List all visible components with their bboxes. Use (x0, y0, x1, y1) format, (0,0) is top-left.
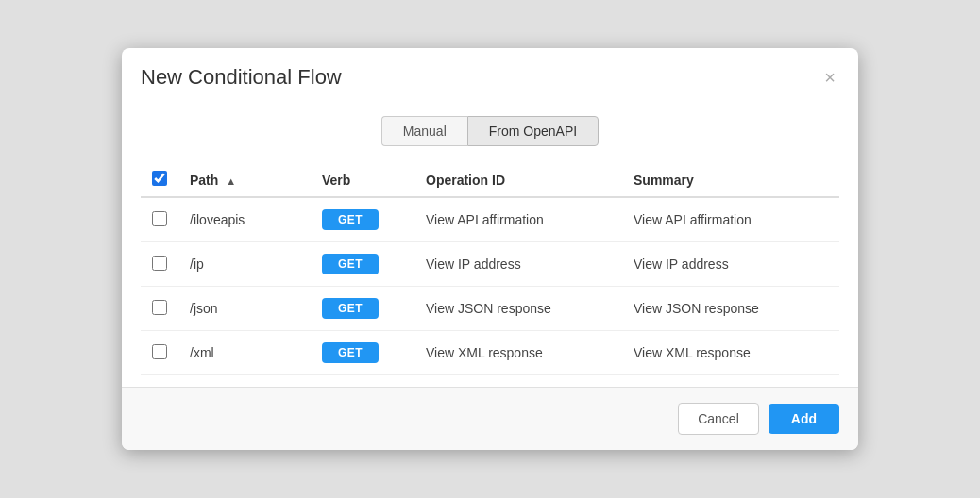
row-checkbox-cell (141, 287, 178, 331)
row-verb: GET (311, 287, 414, 331)
table-row: /iloveapis GET View API affirmation View… (141, 197, 839, 242)
row-summary: View XML response (622, 331, 839, 375)
header-verb: Verb (311, 163, 414, 197)
cancel-button[interactable]: Cancel (678, 403, 759, 435)
verb-badge: GET (322, 342, 379, 363)
verb-badge: GET (322, 254, 379, 274)
new-conditional-flow-dialog: New Conditional Flow × Manual From OpenA… (122, 48, 858, 450)
row-path: /iloveapis (178, 197, 311, 242)
header-operation-id: Operation ID (414, 163, 622, 197)
row-verb: GET (311, 331, 414, 375)
row-checkbox[interactable] (152, 256, 167, 271)
row-path: /ip (178, 242, 311, 287)
api-table: Path ▲ Verb Operation ID Summary /ilovea… (141, 163, 839, 375)
row-summary: View JSON response (622, 287, 839, 331)
tab-bar: Manual From OpenAPI (122, 103, 858, 163)
row-verb: GET (311, 242, 414, 287)
row-checkbox-cell (141, 242, 178, 287)
row-operation-id: View IP address (414, 242, 622, 287)
sort-asc-icon: ▲ (226, 175, 236, 187)
select-all-checkbox[interactable] (152, 171, 167, 186)
table-container: Path ▲ Verb Operation ID Summary /ilovea… (122, 163, 858, 375)
dialog-header: New Conditional Flow × (122, 48, 858, 103)
row-verb: GET (311, 197, 414, 242)
tab-manual[interactable]: Manual (381, 116, 467, 146)
row-checkbox-cell (141, 331, 178, 375)
table-header-row: Path ▲ Verb Operation ID Summary (141, 163, 839, 197)
row-operation-id: View API affirmation (414, 197, 622, 242)
table-row: /xml GET View XML response View XML resp… (141, 331, 839, 375)
dialog-title: New Conditional Flow (141, 65, 342, 90)
verb-badge: GET (322, 209, 379, 230)
row-operation-id: View JSON response (414, 287, 622, 331)
add-button[interactable]: Add (769, 404, 839, 434)
table-row: /ip GET View IP address View IP address (141, 242, 839, 287)
row-checkbox-cell (141, 197, 178, 242)
tab-from-openapi[interactable]: From OpenAPI (467, 116, 599, 146)
row-checkbox[interactable] (152, 344, 167, 359)
header-path[interactable]: Path ▲ (178, 163, 311, 197)
header-summary: Summary (622, 163, 839, 197)
table-row: /json GET View JSON response View JSON r… (141, 287, 839, 331)
row-checkbox[interactable] (152, 211, 167, 226)
row-path: /xml (178, 331, 311, 375)
close-button[interactable]: × (820, 68, 839, 87)
row-path: /json (178, 287, 311, 331)
verb-badge: GET (322, 298, 379, 319)
row-summary: View API affirmation (622, 197, 839, 242)
header-checkbox-cell (141, 163, 178, 197)
dialog-footer: Cancel Add (122, 387, 858, 450)
row-checkbox[interactable] (152, 300, 167, 315)
row-summary: View IP address (622, 242, 839, 287)
table-body: /iloveapis GET View API affirmation View… (141, 197, 839, 375)
row-operation-id: View XML response (414, 331, 622, 375)
